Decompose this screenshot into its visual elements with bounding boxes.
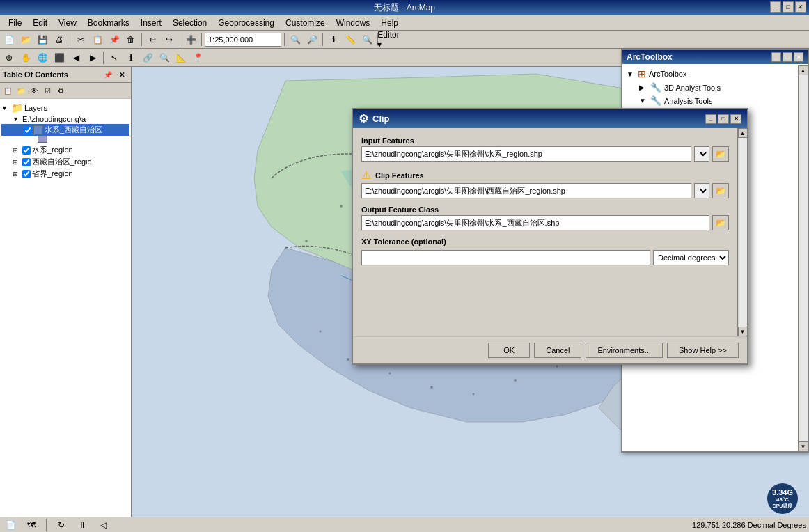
layer-shuixi-check[interactable] bbox=[24, 126, 32, 134]
3d-expand-icon[interactable]: ▶ bbox=[639, 84, 647, 91]
scale-input[interactable] bbox=[205, 33, 281, 47]
identify-button[interactable]: ℹ bbox=[326, 32, 341, 47]
toc-list-by-visibility[interactable]: 👁 bbox=[28, 84, 40, 97]
maximize-button[interactable]: □ bbox=[783, 1, 794, 13]
menu-insert[interactable]: Insert bbox=[135, 17, 167, 29]
status-pause-button[interactable]: ⏸ bbox=[74, 517, 90, 533]
info-button[interactable]: ℹ bbox=[123, 50, 139, 65]
measure-tool-button[interactable]: 📐 bbox=[173, 50, 189, 65]
arctoolbox-maximize[interactable]: □ bbox=[783, 52, 792, 62]
xizang-expand[interactable]: ⊞ bbox=[13, 159, 21, 166]
output-feature-class-browse[interactable]: 📂 bbox=[712, 215, 729, 230]
layer-shuixi[interactable]: 水系_西藏自治区 bbox=[1, 124, 129, 136]
menu-edit[interactable]: Edit bbox=[27, 17, 53, 29]
close-button[interactable]: ✕ bbox=[795, 1, 806, 13]
layers-root[interactable]: ▼ 📁 Layers bbox=[1, 102, 129, 114]
show-help-button[interactable]: Show Help >> bbox=[667, 343, 739, 358]
menu-bookmarks[interactable]: Bookmarks bbox=[82, 17, 135, 29]
tree-3d-analyst[interactable]: ▶ 🔧 3D Analyst Tools bbox=[625, 81, 805, 94]
open-button[interactable]: 📂 bbox=[18, 32, 33, 47]
environments-button[interactable]: Environments... bbox=[586, 343, 662, 358]
tree-arctoolbox[interactable]: ▼ ⊞ ArcToolbox bbox=[625, 67, 805, 81]
output-feature-class-input[interactable] bbox=[361, 215, 709, 230]
arctoolbox-minimize[interactable]: _ bbox=[771, 52, 781, 62]
menu-customize[interactable]: Customize bbox=[280, 17, 331, 29]
hyperlink-button[interactable]: 🔗 bbox=[140, 50, 155, 65]
toc-options[interactable]: ⚙ bbox=[54, 84, 67, 97]
copy-button[interactable]: 📋 bbox=[90, 32, 105, 47]
redo-button[interactable]: ↪ bbox=[162, 32, 177, 47]
clip-dialog-close[interactable]: ✕ bbox=[730, 114, 741, 124]
status-layout-button[interactable]: 📄 bbox=[3, 517, 18, 533]
layer-xizang-check[interactable] bbox=[22, 158, 31, 166]
save-button[interactable]: 💾 bbox=[35, 32, 50, 47]
menu-file[interactable]: File bbox=[3, 17, 27, 29]
status-scroll-button[interactable]: ◁ bbox=[95, 517, 111, 533]
zoom-globe-button[interactable]: 🌐 bbox=[35, 50, 50, 65]
menu-geoprocessing[interactable]: Geoprocessing bbox=[212, 17, 280, 29]
input-features-browse[interactable]: 📂 bbox=[712, 146, 729, 162]
toc-pin-button[interactable]: 📌 bbox=[102, 68, 114, 81]
dialog-scroll-up[interactable]: ▲ bbox=[738, 128, 748, 138]
ok-button[interactable]: OK bbox=[488, 343, 530, 358]
layer-shuixi-region[interactable]: ⊞ 水系_region bbox=[1, 144, 129, 156]
search-button[interactable]: 🔍 bbox=[359, 32, 375, 47]
minimize-button[interactable]: _ bbox=[770, 1, 781, 13]
delete-button[interactable]: 🗑 bbox=[123, 32, 139, 47]
undo-button[interactable]: ↩ bbox=[145, 32, 160, 47]
clip-features-input[interactable] bbox=[361, 183, 691, 198]
arctoolbox-scrollbar[interactable]: ▲ ▼ bbox=[798, 65, 808, 451]
layer-xizang[interactable]: ⊞ 西藏自治区_regio bbox=[1, 156, 129, 168]
toc-list-by-drawing[interactable]: 📋 bbox=[1, 84, 14, 97]
clip-dialog-minimize[interactable]: _ bbox=[705, 114, 716, 124]
menu-help[interactable]: Help bbox=[375, 17, 404, 29]
next-extent-button[interactable]: ▶ bbox=[85, 50, 100, 65]
sheng-expand[interactable]: ⊞ bbox=[13, 171, 21, 178]
xy-tolerance-input[interactable] bbox=[361, 250, 650, 265]
add-data-button[interactable]: ➕ bbox=[183, 32, 198, 47]
print-button[interactable]: 🖨 bbox=[52, 32, 67, 47]
dialog-scroll-track[interactable] bbox=[739, 138, 747, 327]
menu-view[interactable]: View bbox=[53, 17, 82, 29]
dialog-scroll-down[interactable]: ▼ bbox=[738, 327, 748, 336]
scroll-track[interactable] bbox=[799, 75, 808, 441]
layers-expand-icon[interactable]: ▼ bbox=[1, 104, 10, 111]
layer-sheng[interactable]: ⊞ 省界_region bbox=[1, 168, 129, 180]
layer-group-1[interactable]: ▼ E:\zhoudingcong\a bbox=[1, 114, 129, 124]
clip-dialog-maximize[interactable]: □ bbox=[718, 114, 729, 124]
shuixi-region-expand[interactable]: ⊞ bbox=[13, 147, 21, 154]
toc-list-by-selection[interactable]: ☑ bbox=[41, 84, 54, 97]
cut-button[interactable]: ✂ bbox=[73, 32, 88, 47]
analysis-expand-icon[interactable]: ▼ bbox=[639, 97, 647, 104]
clip-features-browse[interactable]: 📂 bbox=[712, 183, 729, 198]
arctoolbox-expand-icon[interactable]: ▼ bbox=[627, 70, 635, 78]
layer-sheng-check[interactable] bbox=[22, 170, 31, 178]
prev-extent-button[interactable]: ◀ bbox=[68, 50, 84, 65]
clip-features-dropdown[interactable]: ▼ bbox=[694, 183, 709, 198]
cancel-button[interactable]: Cancel bbox=[534, 343, 581, 358]
toc-close-button[interactable]: ✕ bbox=[116, 68, 128, 81]
new-button[interactable]: 📄 bbox=[1, 32, 17, 47]
measure-button[interactable]: 📏 bbox=[343, 32, 358, 47]
xy-unit-select[interactable]: Decimal degrees bbox=[653, 250, 729, 265]
zoom-out-button[interactable]: 🔎 bbox=[304, 32, 320, 47]
layer-shuixi-region-check[interactable] bbox=[22, 146, 31, 155]
layer-group1-expand[interactable]: ▼ bbox=[13, 116, 21, 123]
input-features-dropdown[interactable]: ▼ bbox=[694, 146, 709, 162]
input-features-input[interactable] bbox=[361, 146, 691, 162]
scroll-down-arrow[interactable]: ▼ bbox=[799, 441, 808, 451]
paste-button[interactable]: 📌 bbox=[107, 32, 122, 47]
status-refresh-button[interactable]: ↻ bbox=[54, 517, 69, 533]
menu-windows[interactable]: Windows bbox=[331, 17, 376, 29]
arctoolbox-close[interactable]: ✕ bbox=[794, 52, 803, 62]
status-data-button[interactable]: 🗺 bbox=[24, 517, 39, 533]
scroll-up-arrow[interactable]: ▲ bbox=[799, 65, 808, 75]
full-extent-button[interactable]: ⬛ bbox=[52, 50, 67, 65]
find-button[interactable]: 🔍 bbox=[157, 50, 172, 65]
zoom-extent-button[interactable]: ⊕ bbox=[1, 50, 17, 65]
editor-button[interactable]: Editor ▾ bbox=[381, 32, 396, 47]
pan-button[interactable]: ✋ bbox=[18, 50, 33, 65]
tree-analysis-tools[interactable]: ▼ 🔧 Analysis Tools bbox=[625, 94, 805, 107]
zoom-in-button[interactable]: 🔍 bbox=[288, 32, 303, 47]
goto-xy-button[interactable]: 📍 bbox=[190, 50, 205, 65]
